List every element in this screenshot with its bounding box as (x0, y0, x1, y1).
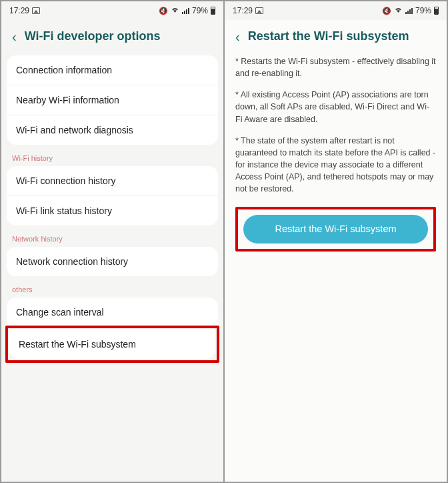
page-title: Restart the Wi-Fi subsystem (248, 29, 409, 43)
battery-icon (434, 7, 439, 15)
status-bar: 17:29 🔇 79% (1, 1, 223, 20)
item-restart-wifi-subsystem[interactable]: Restart the Wi-Fi subsystem (9, 330, 215, 359)
section-others: others (1, 283, 223, 298)
mute-icon: 🔇 (382, 7, 391, 15)
group-general: Connection information Nearby Wi-Fi info… (7, 55, 218, 145)
signal-icon (182, 7, 189, 14)
item-wifi-conn-history[interactable]: Wi-Fi connection history (7, 166, 218, 196)
page-title: Wi-Fi developer options (25, 29, 161, 43)
desc-paragraph-3: * The state of the system after restart … (225, 135, 447, 205)
section-network-history: Network history (1, 232, 223, 247)
highlight-restart-button: Restart the Wi-Fi subsystem (235, 207, 436, 252)
screenshot-icon (32, 7, 40, 14)
group-others: Change scan interval (7, 298, 218, 327)
back-icon[interactable]: ‹ (235, 30, 240, 43)
restart-wifi-button[interactable]: Restart the Wi-Fi subsystem (243, 215, 428, 244)
wifi-icon (394, 6, 403, 15)
status-battery: 79% (415, 6, 431, 15)
header: ‹ Restart the Wi-Fi subsystem (225, 20, 447, 55)
group-wifi-history: Wi-Fi connection history Wi-Fi link stat… (7, 166, 218, 225)
status-bar: 17:29 🔇 79% (225, 1, 447, 20)
item-connection-info[interactable]: Connection information (7, 55, 218, 85)
screenshot-icon (255, 7, 263, 14)
item-wifi-diagnosis[interactable]: Wi-Fi and network diagnosis (7, 115, 218, 145)
signal-icon (405, 7, 413, 14)
status-time: 17:29 (9, 6, 29, 15)
status-battery: 79% (192, 6, 208, 15)
item-network-conn-history[interactable]: Network connection history (7, 247, 218, 276)
group-network-history: Network connection history (7, 247, 218, 276)
battery-icon (211, 7, 215, 15)
header: ‹ Wi-Fi developer options (1, 20, 223, 55)
status-time: 17:29 (233, 6, 253, 15)
item-wifi-link-history[interactable]: Wi-Fi link status history (7, 196, 218, 225)
item-nearby-wifi[interactable]: Nearby Wi-Fi information (7, 85, 218, 115)
highlight-restart-item: Restart the Wi-Fi subsystem (5, 326, 219, 363)
section-wifi-history: Wi-Fi history (1, 151, 223, 166)
desc-paragraph-2: * All existing Access Point (AP) associa… (225, 89, 447, 134)
phone-left: 17:29 🔇 79% ‹ Wi-Fi developer options Co… (1, 1, 224, 482)
mute-icon: 🔇 (159, 7, 168, 15)
back-icon[interactable]: ‹ (12, 30, 17, 43)
desc-paragraph-1: * Restarts the Wi-Fi subsystem - effecti… (225, 55, 447, 89)
phone-right: 17:29 🔇 79% ‹ Restart the Wi-Fi subsyste… (224, 1, 447, 482)
item-change-scan-interval[interactable]: Change scan interval (7, 298, 218, 327)
wifi-icon (171, 6, 179, 15)
